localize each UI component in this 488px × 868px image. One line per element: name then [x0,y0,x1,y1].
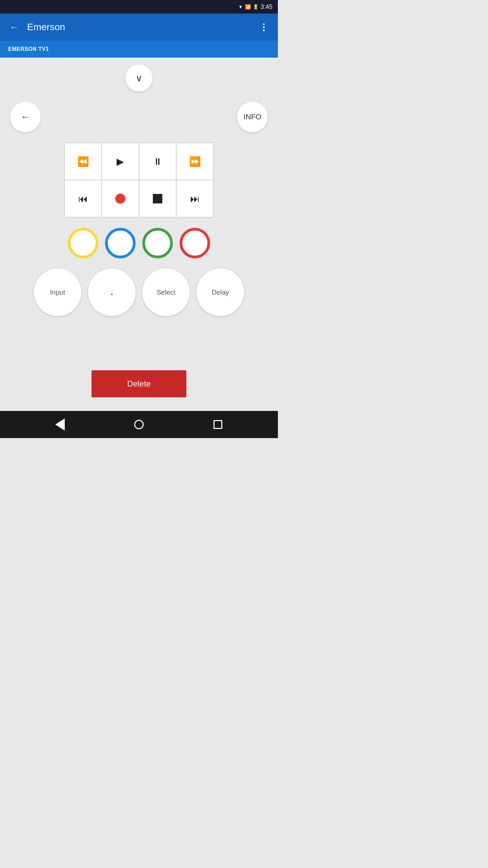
wifi-icon: ▼ [238,4,243,9]
red-circle-button[interactable] [180,228,210,258]
back-nav-icon [55,418,65,431]
fast-forward-icon: ⏩ [189,156,201,167]
back-circle-button[interactable]: ← [10,102,41,132]
rewind-button[interactable]: ⏪ [64,143,102,180]
back-nav-button[interactable] [50,414,70,435]
delay-button[interactable]: Delay [197,269,244,316]
action-buttons-row: Input . Select Delay [34,269,244,316]
chevron-down-icon: ∨ [136,73,143,84]
delete-button[interactable]: Delete [92,370,186,397]
select-label: Select [157,289,176,296]
record-button[interactable] [102,180,139,217]
delete-label: Delete [127,379,150,388]
dot2 [263,26,265,28]
delay-label: Delay [211,289,229,296]
recents-nav-button[interactable] [208,414,228,435]
pause-button[interactable]: ⏸ [139,143,176,180]
device-name: EMERSON TV1 [8,46,49,52]
nav-row: ← INFO [10,102,268,132]
back-icon: ← [21,112,30,122]
dot-button[interactable]: . [88,269,136,316]
status-bar: ▼ 📶 🔋 3:45 [0,0,278,14]
fast-forward-button[interactable]: ⏩ [176,143,214,180]
recents-nav-icon [214,420,222,429]
home-nav-button[interactable] [129,414,149,435]
skip-back-icon: ⏮ [78,193,88,204]
skip-forward-button[interactable]: ⏭ [176,180,214,217]
dot3 [263,29,265,31]
battery-icon: 🔋 [253,4,259,9]
dot1 [263,23,265,25]
play-button[interactable]: ▶ [102,143,139,180]
back-button[interactable]: ← [7,20,22,35]
media-controls-grid: ⏪ ▶ ⏸ ⏩ ⏮ ⏭ [64,142,214,218]
more-options-button[interactable] [256,20,271,35]
chevron-down-button[interactable]: ∨ [125,64,152,92]
signal-icon: 📶 [245,4,251,9]
back-arrow-icon: ← [10,22,19,33]
skip-forward-icon: ⏭ [190,193,200,204]
record-icon [115,194,125,204]
play-icon: ▶ [117,156,124,167]
dot-label: . [111,288,113,297]
select-button[interactable]: Select [142,269,190,316]
skip-back-button[interactable]: ⏮ [64,180,102,217]
main-content: ∨ ← INFO ⏪ ▶ ⏸ ⏩ ⏮ [0,58,278,411]
input-button[interactable]: Input [34,269,81,316]
green-circle-button[interactable] [142,228,173,258]
yellow-circle-button[interactable] [68,228,98,258]
app-bar: ← Emerson [0,14,278,41]
status-icons: ▼ 📶 🔋 3:45 [238,3,272,11]
subtitle-bar: EMERSON TV1 [0,41,278,58]
home-nav-icon [134,420,144,429]
page-title: Emerson [27,22,251,33]
stop-button[interactable] [139,180,176,217]
info-label: INFO [244,113,262,121]
rewind-icon: ⏪ [77,156,89,167]
bottom-navigation [0,411,278,438]
time-display: 3:45 [261,3,272,11]
blue-circle-button[interactable] [105,228,136,258]
stop-icon [153,194,162,203]
color-circles-row [68,228,210,258]
input-label: Input [50,289,65,296]
pause-icon: ⏸ [153,156,162,167]
info-button[interactable]: INFO [237,102,268,132]
